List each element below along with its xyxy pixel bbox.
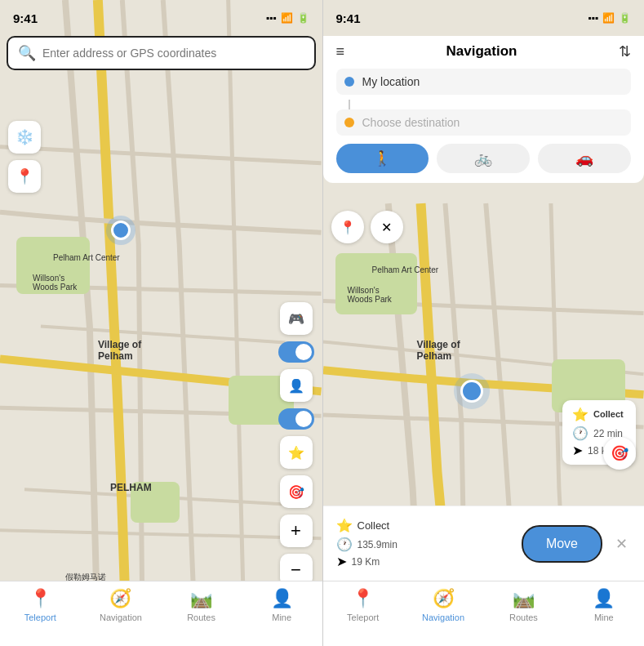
- signal-icon: ▪▪▪: [266, 12, 277, 24]
- map-background: [0, 0, 322, 646]
- minus-icon: −: [291, 559, 301, 581]
- search-bar-container[interactable]: 🔍: [7, 36, 316, 70]
- right-status-bar: 9:41 ▪▪▪ 📶 🔋: [323, 0, 645, 36]
- bike-icon: 🚲: [474, 149, 492, 167]
- r-wifi-icon: 📶: [602, 12, 615, 24]
- teleport-icon: 📍: [29, 588, 51, 609]
- left-tab-bar: 📍 Teleport 🧭 Navigation 🛤️ Routes 👤 Mine: [0, 581, 322, 646]
- collect-info: ⭐ Collect 🕐 135.9min ➤ 19 Km: [336, 518, 512, 569]
- collect-nav-icon: ➤: [336, 554, 347, 569]
- collect-time: 135.9min: [358, 539, 398, 550]
- collect-panel: ⭐ Collect 🕐 135.9min ➤ 19 Km Move ✕: [323, 506, 645, 581]
- nav-swap-button[interactable]: ⇅: [619, 42, 631, 60]
- destination-row[interactable]: Choose destination: [336, 109, 632, 136]
- location-pin-button[interactable]: 📍: [8, 160, 41, 193]
- r-willsons-woods-label: Willson'sWoods Park: [348, 286, 392, 304]
- avatar-button[interactable]: 👤: [280, 369, 313, 402]
- nav-hamburger-button[interactable]: ≡: [336, 43, 345, 60]
- r-village-pelham-label: Village ofPelham: [417, 339, 460, 362]
- pelham-label: PELHAM: [110, 482, 152, 493]
- left-fab-group: ❄️ 📍: [8, 121, 41, 193]
- plus-icon: +: [291, 520, 301, 541]
- teleport-label: Teleport: [24, 613, 56, 622]
- route-dotted-line: [349, 100, 350, 109]
- car-icon: 🚗: [575, 149, 593, 167]
- tab-navigation-right[interactable]: 🧭 Navigation: [403, 588, 483, 622]
- collect-label: Collect: [358, 519, 390, 532]
- route-info-title: Collect: [593, 409, 624, 419]
- collect-clock-icon: 🕐: [336, 537, 353, 552]
- map-pin-icon: 📍: [340, 220, 356, 235]
- snowflake-icon: ❄️: [16, 128, 33, 146]
- right-target-button[interactable]: 🎯: [603, 437, 636, 470]
- status-icons: ▪▪▪ 📶 🔋: [266, 12, 309, 24]
- r-card-time-icon: 🕐: [572, 425, 588, 441]
- target-icon: 🎯: [288, 484, 304, 500]
- transport-mode-row: 🚶 🚲 🚗: [336, 144, 632, 173]
- snowflake-button[interactable]: ❄️: [8, 121, 41, 154]
- destination-dot: [344, 118, 354, 127]
- avatar-icon: 👤: [288, 378, 304, 394]
- search-icon: 🔍: [18, 44, 36, 62]
- walk-icon: 🚶: [373, 149, 391, 167]
- map-close-button[interactable]: ✕: [371, 211, 403, 243]
- r-navigation-icon: 🧭: [433, 588, 455, 609]
- star-icon: ⭐: [288, 445, 304, 461]
- r-routes-icon: 🛤️: [513, 588, 535, 609]
- village-pelham-label: Village ofPelham: [98, 339, 141, 362]
- bike-mode-button[interactable]: 🚲: [437, 144, 530, 173]
- r-battery-icon: 🔋: [619, 12, 631, 24]
- car-mode-button[interactable]: 🚗: [538, 144, 631, 173]
- my-location-text: My location: [362, 75, 420, 88]
- tab-routes-right[interactable]: 🛤️ Routes: [483, 588, 563, 622]
- battery-icon: 🔋: [297, 12, 309, 24]
- right-status-icons: ▪▪▪ 📶 🔋: [588, 12, 631, 24]
- tab-mine-right[interactable]: 👤 Mine: [564, 588, 644, 622]
- user-location-dot: [111, 221, 131, 240]
- search-input[interactable]: [42, 47, 304, 60]
- map-pin-button[interactable]: 📍: [331, 211, 364, 243]
- move-button[interactable]: Move: [522, 525, 602, 563]
- r-card-title-row: ⭐ Collect: [572, 407, 626, 422]
- my-location-row[interactable]: My location: [336, 69, 632, 95]
- tab-navigation-left[interactable]: 🧭 Navigation: [81, 588, 162, 622]
- tab-routes-left[interactable]: 🛤️ Routes: [161, 588, 242, 622]
- navigation-icon-left: 🧭: [109, 588, 131, 609]
- navigation-label-left: Navigation: [100, 613, 142, 622]
- tab-teleport-left[interactable]: 📍 Teleport: [0, 588, 81, 622]
- toggle-switch-1[interactable]: [278, 341, 314, 363]
- r-navigation-label: Navigation: [422, 613, 464, 622]
- tab-mine-left[interactable]: 👤 Mine: [242, 588, 322, 622]
- r-routes-label: Routes: [509, 613, 538, 622]
- toggle-switch-2[interactable]: [278, 408, 314, 430]
- gamepad-icon: 🎮: [288, 311, 304, 327]
- right-status-time: 9:41: [336, 11, 361, 25]
- right-target-icon: 🎯: [611, 444, 628, 462]
- mine-icon-left: 👤: [271, 588, 293, 609]
- left-panel: 9:41 ▪▪▪ 📶 🔋 🔍 ❄️ 📍 Pelham Art Center Wi…: [0, 0, 322, 646]
- collect-star-row: ⭐ Collect: [336, 518, 512, 533]
- status-time: 9:41: [13, 11, 38, 25]
- mine-label-left: Mine: [272, 613, 291, 622]
- zoom-in-button[interactable]: +: [280, 515, 313, 547]
- walk-mode-button[interactable]: 🚶: [336, 144, 429, 173]
- toggle-knob-1: [295, 344, 312, 360]
- r-park-area-1: [335, 253, 417, 314]
- star-button[interactable]: ⭐: [280, 436, 313, 469]
- collect-close-button[interactable]: ✕: [612, 532, 631, 556]
- tab-teleport-right[interactable]: 📍 Teleport: [323, 588, 403, 622]
- r-teleport-label: Teleport: [347, 613, 379, 622]
- nav-header: ≡ Navigation ⇅ My location Choose destin…: [323, 36, 645, 183]
- collect-dist-row: ➤ 19 Km: [336, 554, 512, 569]
- collect-distance: 19 Km: [352, 556, 380, 568]
- pelham-art-center-label: Pelham Art Center: [53, 253, 120, 262]
- r-mine-icon: 👤: [593, 588, 615, 609]
- r-teleport-icon: 📍: [352, 588, 374, 609]
- r-mine-label: Mine: [594, 613, 614, 622]
- gamepad-button[interactable]: 🎮: [280, 302, 313, 335]
- collect-star-icon: ⭐: [336, 518, 353, 533]
- routes-icon-left: 🛤️: [190, 588, 212, 609]
- r-signal-icon: ▪▪▪: [588, 12, 598, 24]
- close-icon: ✕: [381, 220, 392, 235]
- target-button[interactable]: 🎯: [280, 475, 313, 508]
